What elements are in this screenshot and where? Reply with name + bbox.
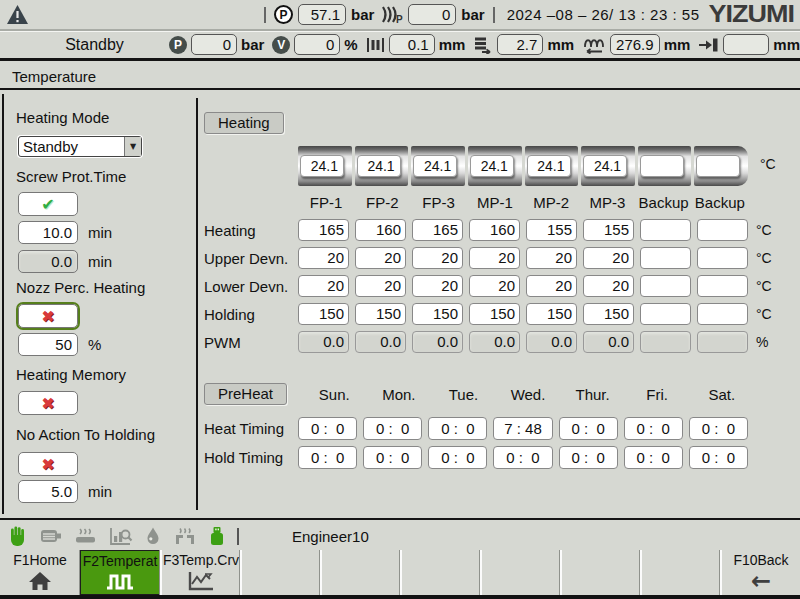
timing-input-field[interactable]: 0 : 0 bbox=[689, 446, 748, 469]
temp-input-field[interactable]: 155 bbox=[583, 219, 634, 241]
screw-prot-toggle-button[interactable]: ✔ bbox=[18, 192, 78, 216]
timing-input-field[interactable]: 0 : 0 bbox=[624, 417, 683, 440]
no-action-time-input[interactable]: 5.0 bbox=[18, 480, 78, 503]
system-pressure-unit: bar bbox=[351, 6, 374, 23]
hmi-screen: P 57.1 bar P 0 bar 2024 –08 – 26/ 13 : 2… bbox=[0, 0, 800, 599]
temp-input-field[interactable] bbox=[640, 219, 691, 241]
nozz-perc-input[interactable]: 50 bbox=[18, 333, 78, 356]
readonly-field: 0.0 bbox=[355, 331, 406, 353]
temp-input-field[interactable]: 20 bbox=[412, 247, 463, 269]
heating-mode-label: Heating Mode bbox=[16, 109, 109, 126]
preheat-day-row: Sun.Mon.Tue.Wed.Thur.Fri.Sat. bbox=[302, 386, 754, 403]
timing-input-field[interactable]: 0 : 0 bbox=[428, 417, 487, 440]
temp-input-field[interactable]: 20 bbox=[298, 247, 349, 269]
barrel-zone bbox=[694, 146, 748, 186]
no-action-to-holding-label: No Action To Holding bbox=[16, 426, 155, 443]
temp-input-field[interactable]: 160 bbox=[469, 219, 520, 241]
temp-input-field[interactable] bbox=[640, 275, 691, 297]
fkey-f10back[interactable]: F10Back← bbox=[720, 550, 800, 595]
readonly-field bbox=[697, 331, 748, 353]
alarm-warning-icon[interactable] bbox=[6, 4, 29, 25]
actual-pressure-value: 0 bbox=[191, 34, 237, 55]
temp-input-field[interactable]: 150 bbox=[469, 303, 520, 325]
temp-input-field[interactable] bbox=[697, 303, 748, 325]
screw-position-unit: mm bbox=[664, 36, 691, 53]
heating-memory-toggle-button[interactable]: ✖ bbox=[18, 391, 78, 415]
fkey-empty bbox=[640, 550, 720, 595]
timing-input-field[interactable]: 7 : 48 bbox=[493, 417, 552, 440]
mold-icon bbox=[173, 526, 197, 546]
chart-zoom-icon bbox=[109, 526, 133, 546]
usb-icon bbox=[208, 525, 226, 547]
zone-actual-temp: 24.1 bbox=[357, 155, 401, 177]
screw-prot-time-unit: min bbox=[88, 224, 112, 241]
temp-input-field[interactable]: 20 bbox=[469, 247, 520, 269]
page-title: Temperature bbox=[0, 68, 96, 85]
timing-input-field[interactable]: 0 : 0 bbox=[689, 417, 748, 440]
screw-position-icon bbox=[582, 35, 606, 54]
temp-input-field[interactable]: 155 bbox=[526, 219, 577, 241]
divider bbox=[237, 528, 239, 545]
content-area: Heating Mode Standby ▼ Screw Prot.Time ✔… bbox=[0, 90, 800, 520]
fkey-empty bbox=[320, 550, 400, 595]
temp-input-field[interactable] bbox=[640, 303, 691, 325]
heating-mode-select[interactable]: Standby ▼ bbox=[18, 136, 142, 157]
timing-input-field[interactable]: 0 : 0 bbox=[559, 417, 618, 440]
temp-input-field[interactable]: 150 bbox=[412, 303, 463, 325]
temp-input-field[interactable] bbox=[697, 247, 748, 269]
temp-input-field[interactable] bbox=[697, 219, 748, 241]
temp-input-field[interactable]: 150 bbox=[583, 303, 634, 325]
temp-input-field[interactable]: 20 bbox=[412, 275, 463, 297]
temp-input-field[interactable]: 150 bbox=[355, 303, 406, 325]
temp-input-field[interactable]: 165 bbox=[412, 219, 463, 241]
timing-input-field[interactable]: 0 : 0 bbox=[298, 446, 357, 469]
timing-input-field[interactable]: 0 : 0 bbox=[298, 417, 357, 440]
motor-icon bbox=[39, 526, 63, 546]
temp-input-field[interactable]: 150 bbox=[298, 303, 349, 325]
row-label: Heating bbox=[204, 222, 298, 239]
fkey-f3temp-crv[interactable]: F3Temp.Crv bbox=[160, 550, 240, 595]
screw-prot-time-input[interactable]: 10.0 bbox=[18, 221, 78, 244]
temp-input-field[interactable] bbox=[640, 247, 691, 269]
preheat-grid: Heat Timing0 : 00 : 00 : 07 : 480 : 00 :… bbox=[204, 414, 764, 472]
readonly-field: 0.0 bbox=[526, 331, 577, 353]
day-header: Fri. bbox=[625, 386, 690, 403]
temp-input-field[interactable]: 20 bbox=[526, 247, 577, 269]
actual-pressure-icon: P bbox=[169, 36, 187, 54]
temp-input-field[interactable]: 165 bbox=[298, 219, 349, 241]
timing-input-field[interactable]: 0 : 0 bbox=[428, 446, 487, 469]
row-cells: 150150150150150150 bbox=[298, 303, 748, 325]
chevron-down-icon[interactable]: ▼ bbox=[124, 137, 141, 156]
system-pressure-value: 57.1 bbox=[298, 4, 346, 25]
temp-input-field[interactable]: 20 bbox=[526, 275, 577, 297]
footer-status-bar: Engineer10 bbox=[0, 522, 800, 550]
timing-input-field[interactable]: 0 : 0 bbox=[559, 446, 618, 469]
timing-input-field[interactable]: 0 : 0 bbox=[624, 446, 683, 469]
row-cells: 0.00.00.00.00.00.0 bbox=[298, 331, 748, 353]
brand-logo: YIZUMI bbox=[709, 0, 795, 29]
temp-input-field[interactable]: 20 bbox=[583, 275, 634, 297]
temp-input-field[interactable]: 20 bbox=[355, 247, 406, 269]
timing-input-field[interactable]: 0 : 0 bbox=[363, 446, 422, 469]
timing-input-field[interactable]: 0 : 0 bbox=[493, 446, 552, 469]
carriage-position-unit: mm bbox=[773, 36, 800, 53]
no-action-toggle-button[interactable]: ✖ bbox=[18, 452, 78, 476]
temp-input-field[interactable]: 150 bbox=[526, 303, 577, 325]
temp-input-field[interactable]: 20 bbox=[583, 247, 634, 269]
timing-input-field[interactable]: 0 : 0 bbox=[363, 417, 422, 440]
nozz-perc-toggle-button[interactable]: ✖ bbox=[18, 304, 78, 328]
temp-input-field[interactable]: 20 bbox=[355, 275, 406, 297]
temp-input-field[interactable] bbox=[697, 275, 748, 297]
back-pressure-unit: bar bbox=[461, 6, 484, 23]
day-header: Thur. bbox=[560, 386, 625, 403]
temp-input-field[interactable]: 20 bbox=[469, 275, 520, 297]
fkey-f1home[interactable]: F1Home bbox=[0, 550, 80, 595]
heating-row: Heating165160165160155155°C bbox=[204, 216, 790, 244]
page-tab-bar: Temperature bbox=[0, 64, 800, 90]
heating-row: Upper Devn.202020202020°C bbox=[204, 244, 790, 272]
temp-input-field[interactable]: 160 bbox=[355, 219, 406, 241]
readonly-field: 0.0 bbox=[469, 331, 520, 353]
back-icon: ← bbox=[751, 568, 771, 594]
temp-input-field[interactable]: 20 bbox=[298, 275, 349, 297]
fkey-f2temperat[interactable]: F2Temperat bbox=[80, 550, 160, 595]
